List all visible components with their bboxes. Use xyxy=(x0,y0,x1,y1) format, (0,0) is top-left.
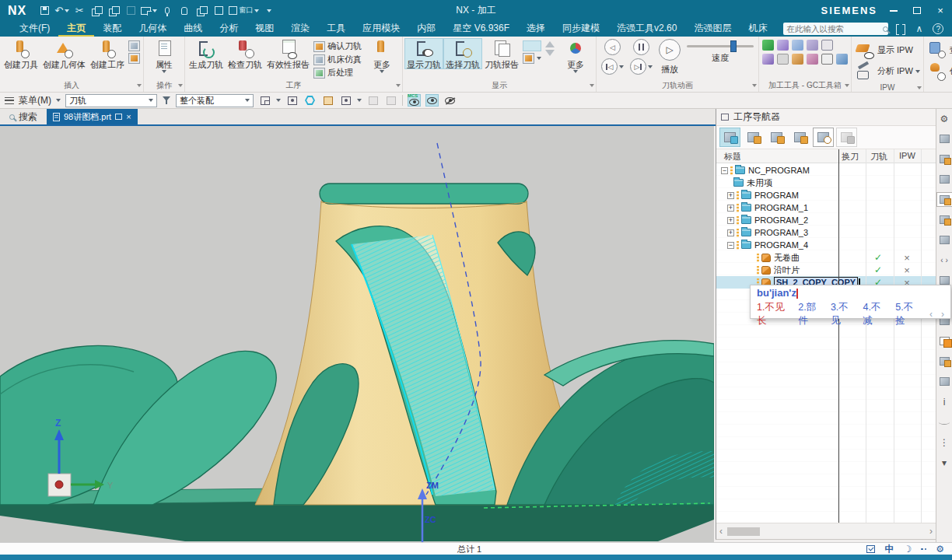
create-feature-process-button[interactable]: 创建特征工艺 xyxy=(927,61,952,81)
ime-language-indicator[interactable]: 中 xyxy=(884,543,894,556)
tool-display-button[interactable] xyxy=(523,53,541,64)
graphics-viewport[interactable]: ZM ZC Y Z xyxy=(0,126,714,542)
tree-row-program-1[interactable]: +PROGRAM_1 xyxy=(716,201,936,214)
confirm-toolpath-button[interactable]: 确认刀轨 xyxy=(313,40,362,52)
dialog-launcher-icon[interactable] xyxy=(845,84,849,87)
gc-edit-icon[interactable] xyxy=(777,40,789,51)
constraint-navigator-icon[interactable] xyxy=(937,152,952,166)
ime-candidate-2[interactable]: 2.部件 xyxy=(798,301,824,327)
tab-haoqiang-tools[interactable]: 浩强工具v2.60 xyxy=(608,21,685,37)
gc-export-icon[interactable] xyxy=(807,40,818,51)
tree-row-program[interactable]: +PROGRAM xyxy=(716,189,936,201)
hamburger-menu-icon[interactable] xyxy=(5,97,14,104)
post-process-button[interactable]: 后处理 xyxy=(313,67,362,79)
dialog-launcher-icon[interactable] xyxy=(590,84,594,87)
tab-view[interactable]: 视图 xyxy=(247,21,282,37)
ime-settings-gear-icon[interactable]: ⚙ xyxy=(936,544,944,555)
assembly-navigator-icon[interactable] xyxy=(937,132,952,145)
machine-tool-view-button[interactable] xyxy=(743,128,764,147)
copy-button[interactable] xyxy=(89,3,103,19)
minimize-ribbon-icon[interactable]: ∧ xyxy=(915,23,922,34)
gc-assembly-icon[interactable] xyxy=(836,54,848,65)
dialog-launcher-icon[interactable] xyxy=(917,86,922,89)
menu-button[interactable]: 菜单(M) xyxy=(19,94,51,107)
search-tab[interactable]: 搜索 xyxy=(0,110,47,124)
show-objects-button[interactable] xyxy=(425,94,439,107)
tab-analysis[interactable]: 分析 xyxy=(211,21,247,37)
show-2d-ipw-button[interactable] xyxy=(523,40,541,51)
gc-brush-icon[interactable] xyxy=(807,54,818,65)
tab-haoqiang-layers[interactable]: 浩强图层 xyxy=(685,21,740,37)
scrollbar-thumb[interactable] xyxy=(727,527,760,536)
touch-mode-button[interactable] xyxy=(177,3,191,19)
pause-button[interactable] xyxy=(633,39,649,55)
dialog-launcher-icon[interactable] xyxy=(178,84,183,87)
ime-candidate-5[interactable]: 5.不捡 xyxy=(895,301,921,327)
cut-button[interactable]: ✂ xyxy=(72,3,86,19)
process-more-button[interactable]: 更多 xyxy=(363,38,401,73)
close-button[interactable]: × xyxy=(935,5,946,16)
machining-method-view-button[interactable] xyxy=(789,128,810,147)
program-order-view-button[interactable] xyxy=(719,128,740,147)
column-ipw[interactable]: IPW xyxy=(899,151,915,160)
show-mcs-button[interactable]: MCS xyxy=(408,94,421,107)
ime-page-next-icon[interactable]: › xyxy=(941,309,944,320)
hide-objects-button[interactable] xyxy=(443,94,457,107)
snap-point-button[interactable] xyxy=(285,94,299,107)
erase-highlight-icon[interactable] xyxy=(937,375,952,388)
file-tab-active[interactable]: 98讲图档.prt × xyxy=(47,109,138,124)
ime-candidate-3[interactable]: 3.不见 xyxy=(831,301,856,327)
undo-button[interactable]: ↶ xyxy=(54,3,69,19)
sidebar-pager[interactable]: ‹› xyxy=(937,254,952,267)
dock-icon[interactable] xyxy=(721,114,729,121)
move-up-icon[interactable] xyxy=(545,41,555,47)
column-toolpath[interactable]: 刀轨 xyxy=(870,151,887,163)
fullscreen-icon[interactable] xyxy=(896,24,905,33)
scroll-left-icon[interactable]: ‹ xyxy=(719,526,723,537)
gc-library-icon[interactable] xyxy=(792,40,803,51)
selection-type-combo[interactable]: 刀轨 xyxy=(65,94,157,107)
tree-row-operation-1[interactable]: 无卷曲 ✓ × xyxy=(716,251,936,264)
create-program-button[interactable] xyxy=(813,128,834,147)
hexagon-snap-button[interactable] xyxy=(303,94,317,107)
selection-scope-combo[interactable]: 整个装配 xyxy=(176,94,254,107)
dialog-launcher-icon[interactable] xyxy=(752,84,757,87)
microphone-button[interactable] xyxy=(160,3,174,19)
tree-row-operation-2[interactable]: 沿叶片 ✓ × xyxy=(716,264,936,276)
more-items-icon[interactable]: ⋮ xyxy=(937,436,952,449)
tools-palette-icon[interactable] xyxy=(937,233,952,247)
dialog-launcher-icon[interactable] xyxy=(137,84,142,87)
cascade-windows-button[interactable] xyxy=(194,3,208,19)
gc-doc-icon[interactable] xyxy=(792,54,803,65)
tab-internal[interactable]: 内部 xyxy=(408,21,444,37)
create-method-small-button[interactable] xyxy=(128,53,140,64)
layers-icon[interactable] xyxy=(937,334,952,348)
show-toolpath-button[interactable]: 显示刀轨 xyxy=(404,38,443,69)
box-select-button[interactable] xyxy=(321,94,334,107)
column-tool-change[interactable]: 换刀 xyxy=(842,151,859,163)
tree-row-program-2[interactable]: +PROGRAM_2 xyxy=(716,214,936,226)
tab-render[interactable]: 渲染 xyxy=(282,21,318,37)
ime-tool-icon[interactable] xyxy=(866,545,875,553)
create-geometry-button[interactable]: 创建几何体 xyxy=(40,38,88,69)
window-menu-button[interactable]: 窗口 xyxy=(229,3,259,19)
ime-page-prev-icon[interactable]: ‹ xyxy=(929,309,933,320)
tab-machine[interactable]: 机床 xyxy=(740,21,775,37)
tree-row-unused[interactable]: 未用项 xyxy=(716,177,936,189)
create-tool-button[interactable]: 创建刀具 xyxy=(2,38,40,69)
tab-selection[interactable]: 选择 xyxy=(518,21,554,37)
part-navigator-icon[interactable] xyxy=(937,173,952,186)
measure-icon[interactable] xyxy=(937,355,952,368)
select-toolpath-button[interactable]: 选择刀轨 xyxy=(443,38,482,69)
step-forward-button[interactable]: ▷ xyxy=(630,58,646,75)
collapse-icon[interactable]: − xyxy=(727,242,734,249)
tab-synchronous[interactable]: 同步建模 xyxy=(554,21,608,37)
create-program-small-button[interactable] xyxy=(128,40,140,51)
tree-row-nc-program[interactable]: −NC_PROGRAM xyxy=(716,164,936,177)
tab-file[interactable]: 文件(F) xyxy=(11,21,58,37)
display-more-button[interactable]: 更多 xyxy=(557,38,594,73)
command-search-input[interactable] xyxy=(783,24,883,33)
gc-wizard-icon[interactable] xyxy=(762,54,774,65)
tab-home[interactable]: 主页 xyxy=(58,21,94,37)
gc-probe-icon[interactable] xyxy=(821,40,833,51)
